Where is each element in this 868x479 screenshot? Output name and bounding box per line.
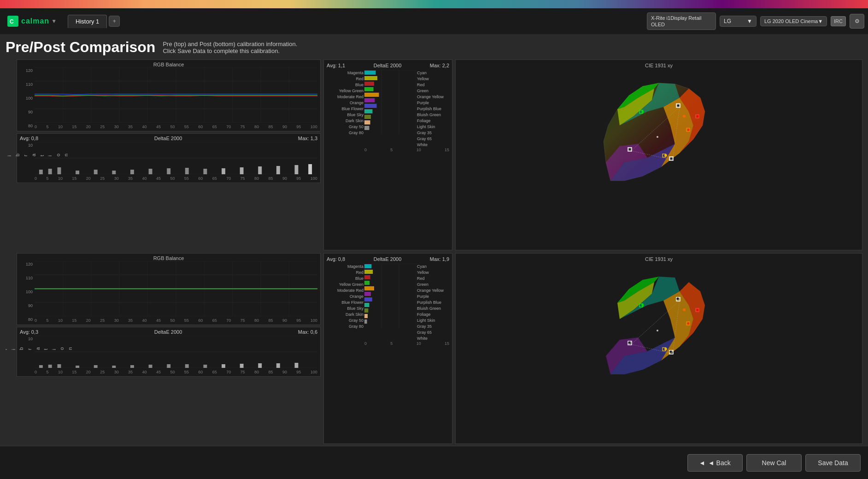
svg-rect-93 bbox=[130, 365, 134, 368]
svg-rect-41 bbox=[364, 76, 377, 80]
pre-deltae-chart: Avg: 0,8 DeltaE 2000 Max: 1,3 10 bbox=[17, 133, 321, 183]
svg-rect-34 bbox=[294, 165, 298, 174]
back-button[interactable]: ◄ ◄ Back bbox=[687, 454, 743, 472]
back-icon: ◄ bbox=[699, 459, 705, 467]
svg-rect-95 bbox=[167, 364, 170, 368]
post-color-avg: Avg: 0,8 bbox=[327, 256, 345, 262]
svg-rect-23 bbox=[94, 170, 98, 174]
svg-rect-26 bbox=[149, 169, 152, 174]
profile-selector[interactable]: LG 2020 OLED Cinema ▼ bbox=[760, 16, 827, 26]
svg-rect-48 bbox=[364, 115, 371, 119]
display-name: LG bbox=[724, 18, 731, 24]
svg-rect-112 bbox=[364, 292, 371, 296]
rainbow-bar bbox=[0, 0, 868, 8]
svg-rect-35 bbox=[308, 164, 312, 174]
back-label: ◄ Back bbox=[708, 459, 731, 467]
pre-cie-svg bbox=[458, 70, 859, 190]
logo-dropdown-icon[interactable]: ▼ bbox=[51, 18, 57, 24]
svg-rect-46 bbox=[364, 104, 377, 108]
pre-color-avg: Avg: 1,1 bbox=[327, 63, 345, 68]
post-deltae-avg: Avg: 0,3 bbox=[20, 329, 38, 335]
svg-rect-90 bbox=[76, 366, 79, 368]
display-selector[interactable]: LG ▼ bbox=[720, 16, 757, 27]
svg-rect-107 bbox=[364, 264, 371, 268]
svg-rect-33 bbox=[276, 166, 280, 174]
svg-rect-42 bbox=[364, 82, 374, 86]
pre-rgb-chart: RGB Balance 120 110 100 90 80 bbox=[17, 59, 321, 131]
header-row: Pre/Post Comparison Pre (top) and Post (… bbox=[6, 39, 862, 56]
logo-text: calman bbox=[21, 17, 49, 25]
svg-rect-49 bbox=[364, 120, 370, 124]
svg-point-126 bbox=[683, 308, 686, 311]
svg-rect-28 bbox=[185, 168, 189, 174]
svg-rect-98 bbox=[222, 364, 225, 368]
post-cie-title: CIE 1931 xy bbox=[458, 256, 859, 262]
svg-rect-29 bbox=[203, 169, 207, 174]
pre-color-bars-svg bbox=[364, 70, 416, 135]
svg-rect-24 bbox=[112, 171, 116, 174]
svg-point-61 bbox=[683, 115, 686, 118]
sections-container: precalibration RGB Balance 120 110 100 9… bbox=[6, 59, 862, 444]
save-data-button[interactable]: Save Data bbox=[805, 454, 861, 472]
pre-deltae-avg: Avg: 0,8 bbox=[20, 136, 38, 141]
svg-rect-97 bbox=[203, 365, 207, 368]
post-rgb-chart: RGB Balance 120 110 100 90 80 bbox=[17, 253, 321, 325]
svg-rect-109 bbox=[364, 275, 370, 279]
svg-point-120 bbox=[628, 341, 631, 344]
post-color-title: DeltaE 2000 bbox=[374, 256, 402, 262]
svg-rect-99 bbox=[240, 364, 244, 368]
probe-line1: X-Rite i1Display Retail bbox=[651, 15, 712, 21]
svg-rect-44 bbox=[364, 93, 379, 97]
header-info-line2: Click Save Data to complete this calibra… bbox=[163, 47, 297, 54]
settings-button[interactable]: ⚙ bbox=[850, 14, 864, 29]
svg-rect-108 bbox=[364, 270, 373, 274]
pre-rgb-title: RGB Balance bbox=[20, 62, 317, 67]
post-cie-svg bbox=[458, 264, 859, 384]
pre-rgb-svg bbox=[35, 67, 317, 123]
page-title: Pre/Post Comparison bbox=[6, 39, 155, 56]
svg-rect-102 bbox=[294, 363, 298, 368]
svg-rect-114 bbox=[364, 303, 369, 307]
post-rgb-title: RGB Balance bbox=[20, 255, 317, 261]
svg-rect-22 bbox=[76, 171, 79, 174]
add-tab-button[interactable]: + bbox=[109, 16, 120, 27]
pre-cie-title: CIE 1931 xy bbox=[458, 63, 859, 68]
header-info-line1: Pre (top) and Post (bottom) calibration … bbox=[163, 41, 297, 47]
svg-rect-47 bbox=[364, 109, 373, 113]
svg-point-55 bbox=[628, 148, 631, 151]
post-deltae-max: Max: 0,6 bbox=[298, 329, 317, 335]
pre-color-labels: Magenta Red Blue Yellow Green Moderate R… bbox=[327, 70, 364, 148]
main-content: Pre/Post Comparison Pre (top) and Post (… bbox=[0, 34, 868, 479]
pre-color-deltae: Avg: 1,1 DeltaE 2000 Max: 2,2 Magenta Re… bbox=[323, 59, 452, 250]
svg-rect-25 bbox=[130, 170, 134, 174]
svg-point-59 bbox=[670, 157, 673, 160]
pre-rgb-y-axis: 120 110 100 90 80 bbox=[20, 67, 33, 129]
display-dropdown-icon: ▼ bbox=[747, 18, 752, 24]
svg-rect-96 bbox=[185, 364, 189, 368]
svg-rect-116 bbox=[364, 314, 368, 318]
svg-rect-45 bbox=[364, 98, 375, 102]
new-cal-button[interactable]: New Cal bbox=[746, 454, 802, 472]
irc-badge: IRC bbox=[831, 16, 846, 26]
probe-line2: OLED bbox=[651, 21, 712, 28]
svg-rect-110 bbox=[364, 281, 369, 285]
svg-rect-88 bbox=[48, 365, 52, 368]
history-tab[interactable]: History 1 bbox=[68, 15, 107, 28]
post-side-label: postcalibration bbox=[6, 253, 14, 444]
post-deltae-chart: Avg: 0,3 DeltaE 2000 Max: 0,6 10 bbox=[17, 327, 321, 377]
title-bar: C calman ▼ History 1 + X-Rite i1Display … bbox=[0, 8, 868, 34]
pre-color-title: DeltaE 2000 bbox=[374, 63, 402, 68]
pre-rgb-canvas-area: 0510152025303540455055606570758085909510… bbox=[35, 67, 317, 129]
svg-rect-113 bbox=[364, 297, 372, 302]
probe-selector[interactable]: X-Rite i1Display Retail OLED bbox=[647, 12, 716, 30]
svg-rect-101 bbox=[276, 363, 280, 368]
post-color-right-labels: Cyan Yellow Red Green Orange Yellow Purp… bbox=[417, 264, 449, 341]
pre-color-max: Max: 2,2 bbox=[430, 63, 449, 68]
svg-point-134 bbox=[657, 330, 658, 331]
svg-rect-31 bbox=[240, 167, 244, 174]
svg-rect-111 bbox=[364, 286, 374, 290]
pre-cie-chart: CIE 1931 xy bbox=[455, 59, 862, 250]
svg-rect-30 bbox=[222, 168, 225, 174]
post-cie-chart: CIE 1931 xy bbox=[455, 253, 862, 444]
profile-name: LG 2020 OLED Cinema bbox=[764, 18, 818, 24]
